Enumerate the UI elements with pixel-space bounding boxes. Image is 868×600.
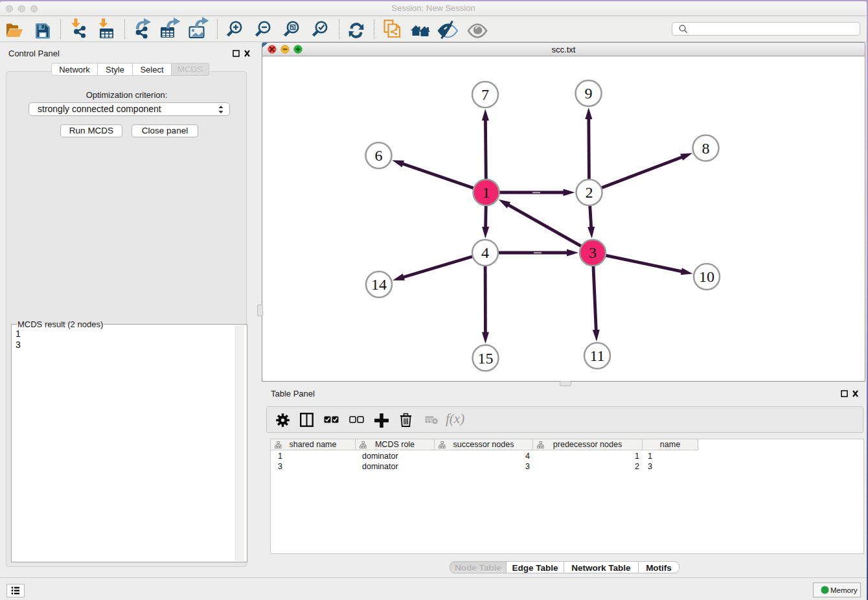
svg-text:2: 2 (586, 184, 593, 201)
svg-text:7: 7 (481, 86, 489, 103)
svg-text:4: 4 (481, 244, 489, 261)
svg-text:8: 8 (702, 140, 710, 157)
svg-text:11: 11 (589, 347, 604, 364)
svg-text:10: 10 (699, 268, 714, 285)
svg-text:15: 15 (478, 350, 494, 367)
svg-text:3: 3 (589, 244, 597, 261)
svg-text:6: 6 (375, 147, 383, 164)
svg-text:1: 1 (483, 184, 490, 201)
svg-text:14: 14 (371, 276, 387, 293)
svg-text:9: 9 (585, 85, 593, 102)
